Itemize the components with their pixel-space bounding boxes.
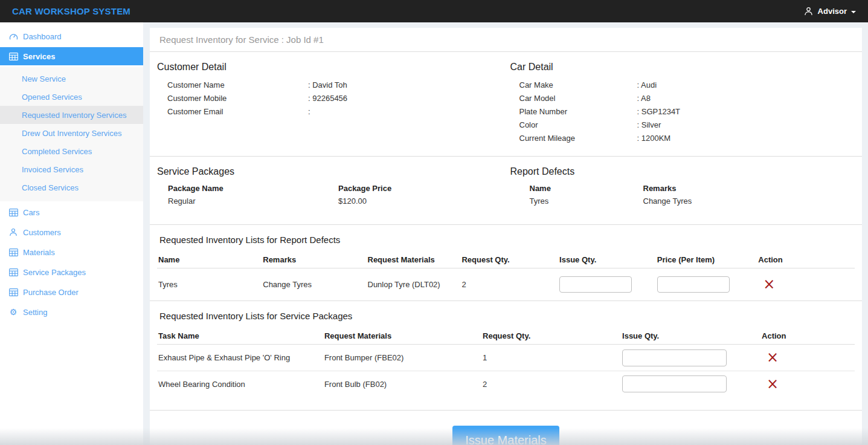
sidebar: Dashboard Services New Service Opened Se…	[0, 22, 143, 445]
car-detail-heading: Car Detail	[506, 58, 863, 79]
report-defects: Report Defects Name Remarks Tyres Change…	[506, 163, 863, 207]
app-header: CAR WORKSHOP SYSTEM Advisor	[0, 0, 868, 22]
request-qty: 2	[460, 280, 558, 289]
table-row: Exhaust Pipe & Exhaust Pipe 'O' Ring Fro…	[157, 345, 855, 371]
sidebar-item-label: Services	[23, 52, 56, 61]
column-header: Name	[157, 255, 262, 264]
submit-section: Issue Materials	[150, 411, 862, 445]
field-label: Car Make	[519, 79, 637, 92]
sidebar-item-label: Service Packages	[23, 268, 86, 277]
user-icon	[804, 7, 813, 16]
sidebar-subitem-completed-services[interactable]: Completed Services	[0, 142, 143, 160]
sidebar-subitem-invoiced-services[interactable]: Invoiced Services	[0, 160, 143, 178]
user-label: Advisor	[818, 7, 847, 16]
sidebar-item-services[interactable]: Services	[0, 47, 143, 65]
sidebar-item-customers[interactable]: Customers	[0, 223, 143, 241]
request-material: Front Bumper (FBE02)	[323, 353, 481, 362]
defect-remarks: Change Tyres	[262, 280, 366, 289]
column-header: Request Materials	[323, 331, 481, 340]
column-header: Remarks	[643, 182, 677, 195]
column-header: Request Qty.	[460, 255, 558, 264]
column-header: Price (Per Item)	[656, 255, 757, 264]
sidebar-subitem-new-service[interactable]: New Service	[0, 70, 143, 88]
column-header: Issue Qty.	[558, 255, 656, 264]
page-title: Request Inventory for Service : Job Id #…	[150, 28, 862, 52]
price-per-item-input[interactable]	[657, 276, 730, 293]
issue-qty-input[interactable]	[559, 276, 632, 293]
sidebar-item-service-packages[interactable]: Service Packages	[0, 263, 143, 281]
task-name: Exhaust Pipe & Exhaust Pipe 'O' Ring	[157, 353, 323, 362]
car-detail: Car Detail Car Make Audi Car Model A8 Pl…	[506, 58, 863, 145]
defects-inventory-section: Requested Inventory Lists for Report Def…	[150, 225, 862, 301]
field-value	[308, 105, 310, 119]
defect-name: Tyres	[530, 195, 643, 207]
issue-qty-input[interactable]	[622, 349, 727, 366]
sidebar-item-label: Dashboard	[23, 32, 62, 41]
sidebar-subitem-opened-services[interactable]: Opened Services	[0, 88, 143, 106]
field-value: A8	[637, 92, 651, 105]
table-icon	[8, 288, 18, 297]
request-material: Dunlop Tyre (DLT02)	[367, 280, 461, 289]
field-label: Customer Name	[167, 79, 308, 92]
request-qty: 1	[481, 353, 621, 362]
service-packages-heading: Service Packages	[150, 163, 506, 182]
column-header: Package Name	[168, 182, 338, 195]
sidebar-item-setting[interactable]: ⚙ Setting	[0, 303, 143, 321]
packages-inventory-section: Requested Inventory Lists for Service Pa…	[150, 301, 862, 411]
plate-number-row: Plate Number SGP1234T	[506, 105, 863, 119]
sidebar-item-label: Customers	[23, 228, 61, 237]
request-material: Front Bulb (FB02)	[323, 380, 481, 389]
current-mileage-row: Current Mileage 1200KM	[506, 132, 863, 145]
table-row: Tyres Change Tyres Dunlop Tyre (DLT02) 2…	[157, 268, 855, 300]
customer-detail-heading: Customer Detail	[150, 58, 506, 79]
delete-icon[interactable]: ×	[762, 378, 779, 390]
column-header: Task Name	[157, 331, 323, 340]
issue-materials-button[interactable]: Issue Materials	[452, 426, 559, 445]
field-label: Current Mileage	[519, 132, 637, 145]
table-icon	[8, 248, 18, 257]
packages-defects-section: Service Packages Package Name Package Pr…	[150, 157, 862, 225]
issue-qty-input[interactable]	[622, 375, 727, 392]
task-name: Wheel Bearing Condition	[157, 380, 323, 389]
defect-name: Tyres	[157, 280, 262, 289]
delete-icon[interactable]: ×	[762, 351, 779, 363]
sidebar-item-label: Setting	[23, 308, 47, 317]
color-row: Color Silver	[506, 119, 863, 132]
field-label: Customer Email	[167, 105, 308, 119]
column-header: Request Qty.	[481, 331, 621, 340]
column-header: Remarks	[262, 255, 366, 264]
sidebar-subitem-closed-services[interactable]: Closed Services	[0, 178, 143, 197]
field-label: Customer Mobile	[167, 92, 308, 105]
table-icon	[8, 52, 18, 61]
delete-icon[interactable]: ×	[758, 278, 775, 290]
sidebar-item-label: Cars	[23, 208, 39, 217]
request-qty: 2	[481, 380, 621, 389]
sidebar-subitem-drew-out-inventory-services[interactable]: Drew Out Inventory Services	[0, 124, 143, 142]
main-area: Request Inventory for Service : Job Id #…	[143, 22, 868, 445]
user-menu[interactable]: Advisor	[804, 7, 856, 16]
column-header: Package Price	[338, 182, 391, 195]
content-card: Request Inventory for Service : Job Id #…	[150, 28, 862, 445]
customer-detail: Customer Detail Customer Name David Toh …	[150, 58, 506, 145]
table-header-row: Task Name Request Materials Request Qty.…	[157, 327, 855, 345]
field-value: Audi	[637, 79, 657, 92]
packages-inventory-table: Task Name Request Materials Request Qty.…	[157, 327, 855, 397]
column-header: Action	[760, 331, 855, 340]
sidebar-item-materials[interactable]: Materials	[0, 243, 143, 261]
customer-mobile-row: Customer Mobile 92265456	[150, 92, 506, 105]
details-section: Customer Detail Customer Name David Toh …	[150, 52, 862, 157]
sidebar-item-cars[interactable]: Cars	[0, 203, 143, 221]
gear-icon: ⚙	[8, 308, 18, 317]
sidebar-item-dashboard[interactable]: Dashboard	[0, 27, 143, 45]
field-value: Silver	[637, 119, 661, 132]
service-packages: Service Packages Package Name Package Pr…	[150, 163, 506, 207]
person-icon	[8, 228, 18, 237]
customer-email-row: Customer Email	[150, 105, 506, 119]
package-name: Regular	[168, 195, 338, 207]
sidebar-item-purchase-order[interactable]: Purchase Order	[0, 283, 143, 301]
sidebar-subitem-requested-inventory-services[interactable]: Requested Inventory Services	[0, 106, 143, 124]
service-package-row: Regular $120.00	[150, 195, 506, 207]
car-model-row: Car Model A8	[506, 92, 863, 105]
packages-inventory-heading: Requested Inventory Lists for Service Pa…	[157, 307, 855, 327]
dashboard-icon	[8, 32, 18, 41]
